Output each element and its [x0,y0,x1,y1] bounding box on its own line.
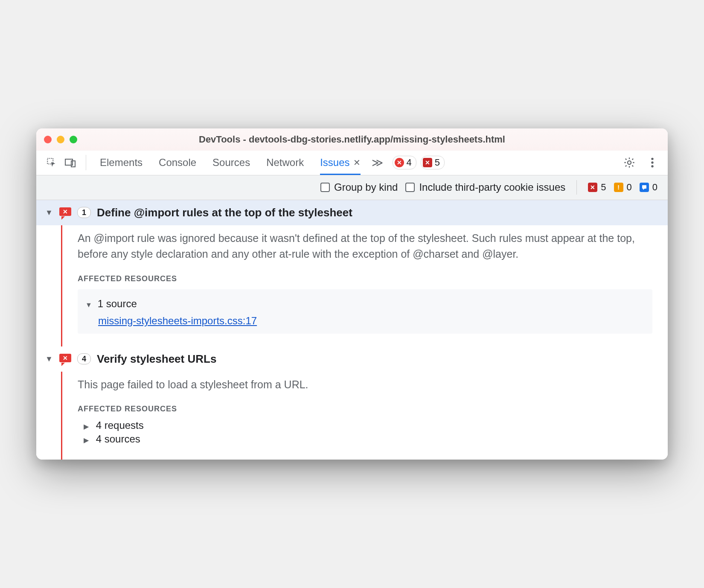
issue-title: Verify stylesheet URLs [97,352,216,366]
divider [576,180,577,195]
issues-info-counter[interactable]: 0 [640,182,657,193]
issue-header[interactable]: ▼ ✕ 4 Verify stylesheet URLs [36,346,668,372]
include-third-party-label: Include third-party cookie issues [419,181,565,193]
source-link-row: missing-stylesheets-imports.css:17 [85,315,645,327]
issue-item: ▼ ✕ 4 Verify stylesheet URLs This page f… [36,346,668,460]
inspect-element-icon[interactable] [44,155,59,170]
group-by-kind-label: Group by kind [334,181,398,193]
chevron-down-icon: ▼ [45,208,53,217]
error-icon: ✕ [423,158,432,167]
svg-rect-7 [642,185,646,189]
window-close-button[interactable] [44,136,52,143]
issue-body: This page failed to load a stylesheet fr… [61,372,668,460]
include-third-party-checkbox[interactable]: Include third-party cookie issues [405,181,565,193]
kebab-menu-icon[interactable] [645,155,660,170]
error-icon: ✕ [588,183,597,192]
tabbar: Elements Console Sources Network Issues … [36,151,668,175]
tabbar-right [622,155,660,170]
close-icon[interactable]: ✕ [353,157,361,168]
affected-sources-toggle[interactable]: ▼ 1 source [85,298,645,310]
issues-list: ▼ ✕ 1 Define @import rules at the top of… [36,200,668,460]
checkbox-icon [320,183,330,192]
sources-count-label: 4 sources [96,433,140,445]
svg-point-3 [628,161,631,164]
tab-console[interactable]: Console [159,151,196,175]
svg-rect-2 [71,161,75,167]
warning-count: 0 [627,182,632,193]
issue-header[interactable]: ▼ ✕ 1 Define @import rules at the top of… [36,200,668,225]
checkbox-icon [405,183,415,192]
warning-icon: ! [614,183,623,192]
device-toggle-icon[interactable] [63,155,78,170]
issues-warning-counter[interactable]: ! 0 [614,182,632,193]
issue-count-badge: 1 [77,207,91,218]
affected-resources-label: AFFECTED RESOURCES [78,274,652,283]
more-tabs-icon[interactable]: ≫ [372,156,383,169]
issue-body: An @import rule was ignored because it w… [61,225,668,346]
console-errors-count: 4 [407,157,412,168]
issue-error-icon: ✕ [59,354,71,364]
issue-error-icon: ✕ [59,207,71,218]
issues-errors-count: 5 [435,157,440,168]
affected-resources-box: ▼ 1 source missing-stylesheets-imports.c… [78,289,652,334]
window-minimize-button[interactable] [57,136,64,143]
traffic-lights [44,136,77,143]
window-zoom-button[interactable] [70,136,77,143]
tab-issues-label: Issues [320,157,349,169]
chevron-right-icon: ▶ [84,436,90,444]
svg-point-4 [651,158,653,160]
affected-resources-label: AFFECTED RESOURCES [78,405,652,413]
chevron-down-icon: ▼ [85,301,92,309]
affected-requests-toggle[interactable]: ▶ 4 requests [78,419,652,431]
chevron-down-icon: ▼ [45,355,53,364]
tab-issues[interactable]: Issues ✕ [320,151,360,175]
issues-error-counter[interactable]: ✕ 5 [588,182,606,193]
issue-item: ▼ ✕ 1 Define @import rules at the top of… [36,200,668,346]
titlebar: DevTools - devtools-dbg-stories.netlify.… [36,128,668,151]
panel-tabs: Elements Console Sources Network Issues … [100,151,361,175]
error-icon: ✕ [395,158,404,167]
issue-count-badge: 4 [77,353,91,364]
tab-sources[interactable]: Sources [212,151,250,175]
tab-network[interactable]: Network [266,151,304,175]
issues-errors-badge[interactable]: ✕ 5 [421,156,445,169]
source-link[interactable]: missing-stylesheets-imports.css:17 [98,315,257,326]
issues-toolbar: Group by kind Include third-party cookie… [36,175,668,200]
console-errors-badge[interactable]: ✕ 4 [393,156,416,169]
info-icon [640,183,649,192]
info-count: 0 [652,182,657,193]
tab-elements[interactable]: Elements [100,151,143,175]
divider [86,155,86,170]
error-count: 5 [601,182,606,193]
svg-point-5 [651,162,653,164]
sources-count-label: 1 source [98,298,137,309]
svg-point-6 [651,165,653,167]
issue-description: An @import rule was ignored because it w… [78,230,652,262]
chevron-right-icon: ▶ [84,422,90,431]
issue-title: Define @import rules at the top of the s… [97,206,352,219]
devtools-window: DevTools - devtools-dbg-stories.netlify.… [36,128,668,460]
error-badges: ✕ 4 ✕ 5 [393,156,445,169]
group-by-kind-checkbox[interactable]: Group by kind [320,181,398,193]
window-title: DevTools - devtools-dbg-stories.netlify.… [36,134,668,145]
issue-description: This page failed to load a stylesheet fr… [78,377,652,393]
gear-icon[interactable] [622,155,637,170]
affected-sources-toggle[interactable]: ▶ 4 sources [78,433,652,445]
requests-count-label: 4 requests [96,419,144,431]
